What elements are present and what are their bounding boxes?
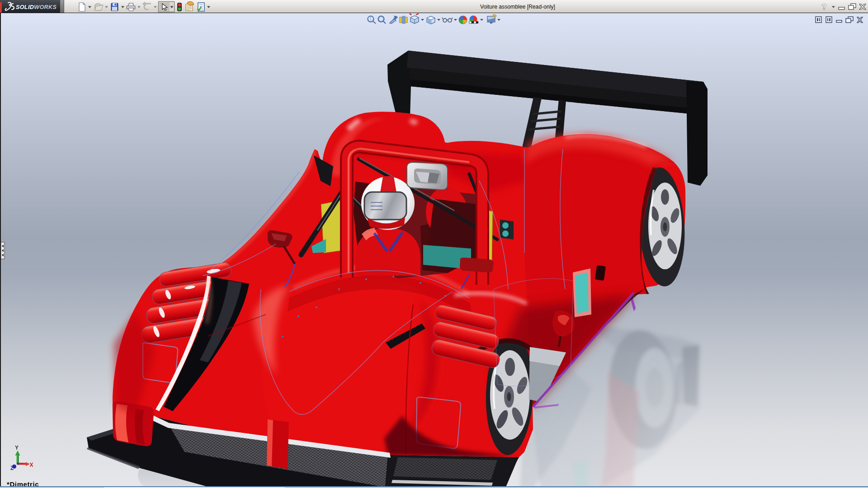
svg-text:Y: Y	[15, 445, 19, 451]
svg-text:X: X	[30, 462, 33, 468]
svg-text:SOLIDWORKS: SOLIDWORKS	[16, 4, 57, 10]
svg-text:Z: Z	[10, 465, 14, 471]
svg-text:?: ?	[822, 3, 826, 11]
